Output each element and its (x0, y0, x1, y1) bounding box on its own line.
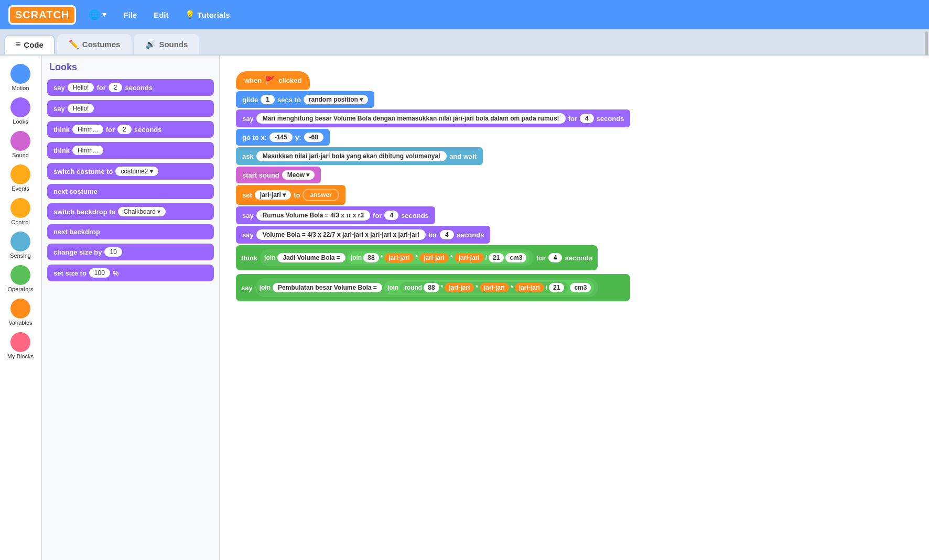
say4-join-inner[interactable]: join round 88 * jari-jari * jari-jari * … (384, 280, 595, 295)
glide-num[interactable]: 1 (261, 95, 275, 104)
block-set-size[interactable]: set size to 100 % (47, 265, 214, 281)
block-glide[interactable]: glide 1 secs to random position ▾ (236, 91, 630, 108)
sidebar-item-variables[interactable]: Variables (8, 297, 32, 328)
block-say4[interactable]: say join Pembulatan besar Volume Bola = … (236, 274, 630, 301)
tab-costumes[interactable]: ✏️ Costumes (57, 34, 132, 54)
block-goto[interactable]: go to x: -145 y: -60 (236, 129, 630, 146)
say4-text1[interactable]: Pembulatan besar Volume Bola = (273, 283, 382, 292)
goto-label: go to x: (242, 134, 267, 141)
mul1: * (381, 254, 383, 261)
think3-num[interactable]: 4 (548, 253, 563, 262)
say-num-input[interactable]: 2 (109, 83, 123, 92)
globe-arrow: ▾ (102, 10, 106, 19)
block-switch-costume[interactable]: switch costume to costume2 ▾ (47, 163, 214, 180)
sidebar-item-looks[interactable]: Looks (10, 95, 30, 127)
sound-label: start sound (242, 171, 279, 179)
sidebar-item-sensing[interactable]: Sensing (10, 229, 31, 261)
block-next-costume[interactable]: next costume (47, 184, 214, 199)
sidebar-item-control[interactable]: Control (10, 196, 30, 227)
div1: / (485, 254, 487, 261)
control-circle (10, 198, 30, 218)
glide-dropdown[interactable]: random position ▾ (304, 95, 368, 104)
sidebar-item-events[interactable]: Events (10, 162, 30, 194)
scratch-logo[interactable]: SCRATCH (8, 5, 76, 25)
sound-dropdown[interactable]: Meow ▾ (282, 170, 315, 180)
say3-text[interactable]: Volume Bola = 4/3 x 22/7 x jari-jari x j… (256, 229, 426, 240)
block-change-size[interactable]: change size by 10 (47, 244, 214, 260)
var3-1[interactable]: jari-jari (455, 253, 484, 262)
join1-text[interactable]: Jadi Volume Bola = (277, 253, 345, 262)
brush-icon: ✏️ (69, 39, 79, 49)
file-menu[interactable]: File (119, 8, 141, 21)
tab-code[interactable]: ≡ Code (4, 35, 55, 54)
var1-1[interactable]: jari-jari (384, 253, 414, 262)
backdrop-dropdown[interactable]: Chalkboard ▾ (118, 207, 166, 216)
motion-circle (10, 64, 30, 84)
round-block[interactable]: round 88 * jari-jari * jari-jari * jari-… (400, 282, 568, 293)
say1-text[interactable]: Mari menghitung besar Volume Bola dengan… (256, 113, 566, 124)
edit-menu[interactable]: Edit (149, 8, 172, 21)
block-when-clicked[interactable]: when 🚩 clicked (236, 71, 630, 90)
cm3-2[interactable]: cm3 (570, 283, 591, 292)
think-num-input[interactable]: 2 (117, 125, 132, 134)
goto-x[interactable]: -145 (269, 133, 293, 142)
sidebar-item-myblocks[interactable]: My Blocks (7, 330, 34, 361)
sidebar-item-sound[interactable]: Sound (10, 129, 30, 160)
block-say-for[interactable]: say Hello! for 2 seconds (47, 79, 214, 96)
num21-2[interactable]: 21 (549, 283, 564, 292)
switch-backdrop-label: switch backdrop to (53, 208, 115, 216)
say2-hello-input[interactable]: Hello! (68, 104, 94, 113)
var2-1[interactable]: jari-jari (419, 253, 449, 262)
globe-button[interactable]: 🌐 ▾ (84, 7, 111, 23)
ask-text[interactable]: Masukkan nilai jari-jari bola yang akan … (256, 151, 447, 161)
think-hmm-input[interactable]: Hmm... (72, 125, 103, 134)
say1-num[interactable]: 4 (580, 114, 594, 123)
var2-2[interactable]: jari-jari (480, 283, 509, 292)
glide-label: glide (242, 96, 258, 104)
block-say3[interactable]: say Volume Bola = 4/3 x 22/7 x jari-jari… (236, 226, 630, 244)
say-hello-input[interactable]: Hello! (68, 83, 94, 92)
block-say1[interactable]: say Mari menghitung besar Volume Bola de… (236, 109, 630, 127)
num88-1[interactable]: 88 (363, 253, 379, 262)
say3-num[interactable]: 4 (440, 230, 454, 239)
block-set-var[interactable]: set jari-jari ▾ to answer (236, 185, 630, 205)
code-icon: ≡ (16, 40, 20, 49)
var-dropdown[interactable]: jari-jari ▾ (255, 190, 291, 200)
var3-2[interactable]: jari-jari (515, 283, 544, 292)
costume-dropdown[interactable]: costume2 ▾ (115, 167, 158, 176)
var1-2[interactable]: jari-jari (445, 283, 474, 292)
block-sound[interactable]: start sound Meow ▾ (236, 167, 630, 183)
think2-hmm-input[interactable]: Hmm... (72, 146, 103, 155)
block-think-big[interactable]: think join Jadi Volume Bola = join 88 * … (236, 245, 630, 270)
sidebar-item-motion[interactable]: Motion (10, 62, 30, 93)
goto-y[interactable]: -60 (304, 133, 323, 142)
change-size-input[interactable]: 10 (104, 247, 122, 257)
set-size-input[interactable]: 100 (89, 268, 110, 278)
block-think[interactable]: think Hmm... (47, 142, 214, 159)
tutorials-button[interactable]: 💡 Tutorials (181, 8, 234, 21)
blocks-panel: Looks say Hello! for 2 seconds say Hello… (42, 56, 220, 560)
block-say[interactable]: say Hello! (47, 100, 214, 117)
tab-sounds[interactable]: 🔊 Sounds (134, 34, 199, 54)
say4-join-outer[interactable]: join Pembulatan besar Volume Bola = join… (255, 278, 599, 297)
sidebar-label-variables: Variables (8, 320, 32, 326)
say2-label: say (53, 105, 65, 113)
cm3-1[interactable]: cm3 (505, 253, 526, 262)
num88-2[interactable]: 88 (424, 283, 439, 292)
div2: / (546, 284, 547, 291)
category-title: Looks (47, 62, 214, 73)
say2-text[interactable]: Rumus Volume Bola = 4/3 x π x r3 (256, 210, 370, 221)
operators-circle (10, 265, 30, 285)
num21-1[interactable]: 21 (489, 253, 504, 262)
block-think-for[interactable]: think Hmm... for 2 seconds (47, 121, 214, 138)
script-area[interactable]: when 🚩 clicked glide 1 secs to random po… (220, 56, 929, 560)
join-outer[interactable]: join Jadi Volume Bola = join 88 * jari-j… (260, 249, 534, 266)
block-switch-backdrop[interactable]: switch backdrop to Chalkboard ▾ (47, 203, 214, 220)
join-inner[interactable]: join 88 * jari-jari * jari-jari * jari-j… (348, 251, 530, 264)
block-say2[interactable]: say Rumus Volume Bola = 4/3 x π x r3 for… (236, 206, 630, 224)
say2-num[interactable]: 4 (384, 211, 398, 220)
block-ask[interactable]: ask Masukkan nilai jari-jari bola yang a… (236, 147, 630, 165)
say-label: say (53, 84, 65, 92)
sidebar-item-operators[interactable]: Operators (8, 263, 34, 294)
block-next-backdrop[interactable]: next backdrop (47, 224, 214, 239)
